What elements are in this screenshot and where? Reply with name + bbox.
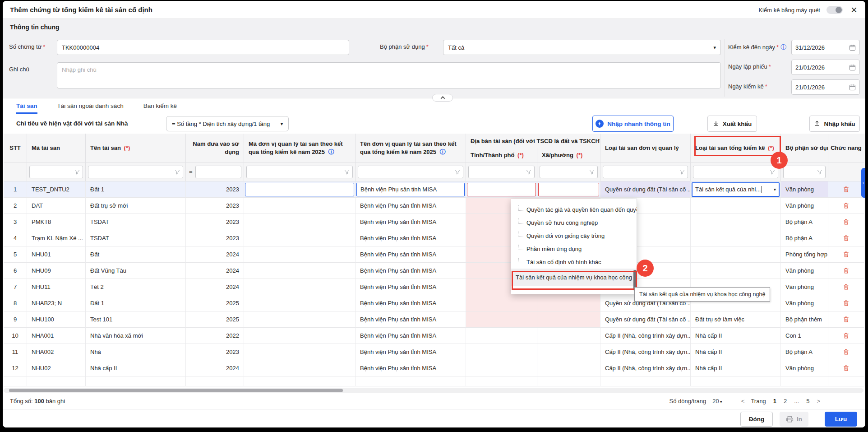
cell-actions[interactable] bbox=[828, 263, 864, 279]
cell-commune[interactable] bbox=[537, 328, 600, 344]
cell-asset-code[interactable]: NHU09 bbox=[27, 263, 86, 279]
cell-commune[interactable] bbox=[537, 181, 600, 198]
cell-asset-code[interactable]: NHA002 bbox=[27, 344, 86, 360]
cell-actions[interactable] bbox=[828, 181, 864, 198]
horizontal-scrollbar[interactable] bbox=[4, 388, 863, 393]
cell-asset-name[interactable]: Đất 1 bbox=[86, 295, 186, 311]
cell-actions[interactable] bbox=[828, 198, 864, 214]
cell-mq-name[interactable]: Bệnh viện Phụ sản tỉnh MISA bbox=[356, 279, 466, 295]
cell-asset-name[interactable]: Nhà bbox=[86, 344, 186, 360]
cell-mq-name[interactable]: Bệnh viện Phụ sản tỉnh MISA bbox=[356, 295, 466, 311]
cell-asset-code[interactable]: Trạm KL Nậm Xé ... bbox=[27, 230, 86, 246]
province-input[interactable] bbox=[467, 183, 536, 196]
cell-commune[interactable] bbox=[537, 360, 600, 376]
cell-asset-type-unit[interactable]: Cấp II (Nhà, công trình xây dựn... bbox=[600, 344, 691, 360]
dropdown-item[interactable]: Phần mềm ứng dụng bbox=[511, 242, 637, 255]
cell-actions[interactable] bbox=[828, 230, 864, 246]
cell-province[interactable] bbox=[466, 328, 537, 344]
delete-row-button[interactable] bbox=[840, 330, 852, 342]
cell-mq-code[interactable] bbox=[244, 328, 356, 344]
cell-mq-code[interactable] bbox=[244, 246, 356, 263]
cell-mq-name[interactable]: Bệnh viện Phụ sản tỉnh MISA bbox=[356, 230, 466, 246]
dropdown-item[interactable]: Quyền đối với giống cây trồng bbox=[511, 229, 637, 242]
cell-asset-type-inventory[interactable]: Nhà cấp II bbox=[691, 344, 781, 360]
cell-commune[interactable] bbox=[537, 344, 600, 360]
filter-cell[interactable] bbox=[244, 163, 356, 181]
cell-province[interactable] bbox=[466, 181, 537, 198]
cell-province[interactable] bbox=[466, 295, 537, 311]
cell-asset-name[interactable]: Nhà cấp II bbox=[86, 360, 186, 376]
rows-per-page-select[interactable]: 20▾ bbox=[712, 398, 722, 404]
cell-asset-code[interactable]: NHAB23; N bbox=[27, 295, 86, 311]
delete-row-button[interactable] bbox=[840, 216, 852, 228]
cell-department[interactable]: Văn phòng bbox=[781, 181, 828, 198]
filter-cell[interactable] bbox=[356, 163, 466, 181]
filter-cell[interactable] bbox=[691, 163, 781, 181]
cell-actions[interactable] bbox=[828, 295, 864, 311]
cell-asset-name[interactable]: TSDAT bbox=[86, 230, 186, 246]
cell-year[interactable]: 2023 bbox=[186, 214, 244, 230]
quick-entry-button[interactable]: Nhập nhanh thông tin bbox=[592, 116, 674, 132]
cell-mq-code[interactable] bbox=[244, 360, 356, 376]
cell-year[interactable]: 2023 bbox=[186, 344, 244, 360]
cell-province[interactable] bbox=[466, 311, 537, 328]
cell-asset-code[interactable]: NHA001 bbox=[27, 328, 86, 344]
cell-actions[interactable] bbox=[828, 214, 864, 230]
close-button[interactable]: Đóng bbox=[740, 412, 773, 427]
cell-asset-code[interactable]: NHU02 bbox=[27, 360, 86, 376]
cell-asset-name[interactable]: TSDAT bbox=[86, 214, 186, 230]
cell-year[interactable]: 2024 bbox=[186, 263, 244, 279]
export-button[interactable]: Xuất khẩu bbox=[707, 116, 757, 132]
delete-row-button[interactable] bbox=[840, 297, 852, 309]
cell-asset-type-inventory[interactable]: Tài sản kết quả của nhi...▾ bbox=[691, 181, 781, 198]
filter-cell[interactable]: = bbox=[186, 163, 244, 181]
cell-year[interactable]: 2023 bbox=[186, 198, 244, 214]
cell-mq-code[interactable] bbox=[244, 311, 356, 328]
mq-code-input[interactable] bbox=[245, 183, 354, 196]
cell-year[interactable]: 2023 bbox=[186, 181, 244, 198]
cell-year[interactable]: 2024 bbox=[186, 360, 244, 376]
cell-actions[interactable] bbox=[828, 328, 864, 344]
cell-asset-code[interactable]: DAT bbox=[27, 198, 86, 214]
scan-toggle[interactable] bbox=[826, 6, 843, 14]
cell-mq-name[interactable]: Bệnh viện Phụ sản tỉnh MISA bbox=[356, 344, 466, 360]
import-button[interactable]: Nhập khẩu bbox=[809, 116, 860, 132]
cell-department[interactable]: Bộ phận A bbox=[781, 214, 828, 230]
delete-row-button[interactable] bbox=[840, 200, 852, 212]
cell-asset-name[interactable]: Đất bbox=[86, 246, 186, 263]
cell-asset-code[interactable]: PMKT8 bbox=[27, 214, 86, 230]
cell-department[interactable]: Văn phòng bbox=[781, 279, 828, 295]
cell-year[interactable]: 2024 bbox=[186, 246, 244, 263]
filter-cell[interactable] bbox=[466, 163, 537, 181]
cell-mq-name[interactable]: Bệnh viện Phụ sản tỉnh MISA bbox=[356, 181, 466, 198]
page-number[interactable]: 2 bbox=[783, 398, 788, 404]
cell-asset-name[interactable]: Nhà văn hóa xã mới bbox=[86, 328, 186, 344]
cell-mq-code[interactable] bbox=[244, 230, 356, 246]
page-number[interactable]: 1 bbox=[772, 398, 777, 404]
scrollbar-thumb[interactable] bbox=[9, 389, 343, 392]
cell-asset-type-inventory[interactable]: Nhà cấp II bbox=[691, 360, 781, 376]
dropdown-item[interactable]: Tài sản kết quả của nhiệm vụ khoa học cô… bbox=[511, 269, 637, 286]
dropdown-item[interactable]: Quyền tác giả và quyền liên quan đến quy… bbox=[511, 203, 637, 216]
note-textarea[interactable]: Nhập ghi chú bbox=[57, 62, 721, 88]
cell-asset-type-inventory[interactable] bbox=[691, 214, 781, 230]
inventory-date-input[interactable]: 21/01/2026 bbox=[791, 79, 860, 95]
cell-asset-type-inventory[interactable] bbox=[691, 263, 781, 279]
cell-mq-code[interactable] bbox=[244, 279, 356, 295]
cell-department[interactable]: Con 1 bbox=[781, 328, 828, 344]
cell-mq-name[interactable]: Bệnh viện Phụ sản tỉnh MISA bbox=[356, 328, 466, 344]
cell-mq-name[interactable]: Bệnh viện Phụ sản tỉnh MISA bbox=[356, 198, 466, 214]
cell-year[interactable]: 2025 bbox=[186, 295, 244, 311]
delete-row-button[interactable] bbox=[840, 265, 852, 277]
cell-mq-name[interactable]: Bệnh viện Phụ sản tỉnh MISA bbox=[356, 311, 466, 328]
tab-assets-outside-list[interactable]: Tài sản ngoài danh sách bbox=[57, 98, 124, 114]
cell-mq-code[interactable] bbox=[244, 263, 356, 279]
cell-department[interactable]: Văn phòng bbox=[781, 360, 828, 376]
cell-asset-name[interactable]: Tét 2 bbox=[86, 279, 186, 295]
mq-name-input[interactable]: Bệnh viện Phụ sản tỉnh MISA bbox=[356, 183, 465, 196]
cell-year[interactable]: 2024 bbox=[186, 279, 244, 295]
filter-cell[interactable] bbox=[781, 163, 828, 181]
cell-asset-code[interactable]: NHU100 bbox=[27, 311, 86, 328]
cell-department[interactable]: Bộ phận A bbox=[781, 230, 828, 246]
next-page-button[interactable]: > bbox=[817, 398, 820, 404]
